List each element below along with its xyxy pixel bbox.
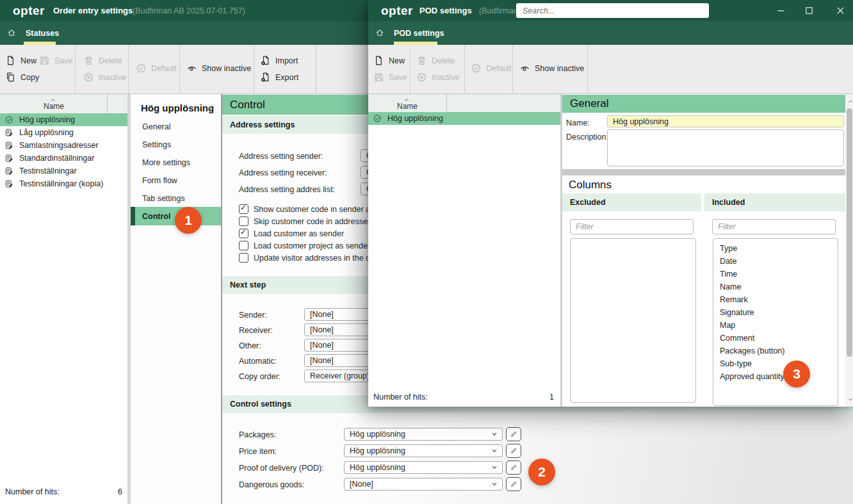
default-button: Default bbox=[136, 63, 177, 74]
column-item[interactable]: Packages (button) bbox=[713, 345, 838, 357]
detail-title: Hög upplösning bbox=[141, 102, 214, 113]
tabbar: POD settings bbox=[368, 21, 853, 45]
description-field[interactable] bbox=[607, 129, 844, 167]
excluded-filter-input[interactable] bbox=[570, 219, 694, 234]
copy-icon bbox=[5, 72, 16, 83]
export-button[interactable]: Export bbox=[260, 72, 298, 83]
circle-check-icon bbox=[471, 63, 482, 74]
description-label: Description: bbox=[566, 133, 608, 142]
chevron-down-icon bbox=[490, 446, 499, 455]
list-item[interactable]: Testinställningar (kopia) bbox=[0, 177, 127, 190]
pod-dropdown[interactable]: Hög upplösning bbox=[344, 461, 503, 474]
pod-detail-panel: General Name: Description: Columns Exclu… bbox=[562, 94, 845, 407]
new-page-icon bbox=[5, 55, 16, 66]
excluded-listbox[interactable] bbox=[570, 238, 696, 403]
list-header[interactable]: Name bbox=[368, 94, 560, 114]
tab-statuses[interactable]: Statuses bbox=[26, 29, 59, 38]
menu-item-form-flow[interactable]: Form flow bbox=[131, 171, 221, 190]
menu-item-settings[interactable]: Settings bbox=[131, 135, 221, 154]
export-document-icon bbox=[260, 72, 271, 83]
list-item[interactable]: Hög upplösning bbox=[0, 113, 127, 126]
window-subtitle: (Budfirman AB 2025.07-01.757) bbox=[133, 6, 245, 15]
column-item[interactable]: Type bbox=[713, 242, 838, 255]
import-button[interactable]: Import bbox=[260, 55, 298, 66]
list-item[interactable]: Standardinställningar bbox=[0, 152, 127, 165]
show-inactive-button[interactable]: Show inactive bbox=[519, 63, 584, 74]
menu-item-tab-settings[interactable]: Tab settings bbox=[131, 189, 221, 207]
note-edit-icon bbox=[4, 154, 13, 163]
column-divider[interactable] bbox=[446, 94, 447, 113]
checkbox[interactable] bbox=[239, 253, 248, 263]
packages-dropdown[interactable]: Hög upplösning bbox=[344, 428, 503, 441]
scroll-down-icon[interactable] bbox=[846, 395, 853, 404]
vertical-scrollbar[interactable] bbox=[845, 94, 853, 407]
window-subtitle: (Budfirman bbox=[479, 6, 518, 15]
trash-icon bbox=[416, 55, 427, 66]
toolbar-group-view: Show inactive bbox=[179, 45, 254, 93]
checkbox[interactable] bbox=[239, 204, 248, 214]
save-button: Save bbox=[373, 72, 407, 83]
minimize-icon[interactable] bbox=[776, 5, 786, 16]
home-icon[interactable] bbox=[375, 28, 384, 37]
new-page-icon bbox=[373, 55, 384, 66]
column-item[interactable]: Approved quantity bbox=[713, 370, 838, 383]
home-icon[interactable] bbox=[7, 28, 16, 37]
toolbar-group-state: Delete Inactive bbox=[75, 45, 129, 93]
column-item[interactable]: Map bbox=[713, 319, 838, 332]
column-item[interactable]: Comment bbox=[713, 332, 838, 345]
titlebar[interactable]: opter POD settings (Budfirman bbox=[368, 0, 853, 21]
maximize-icon[interactable] bbox=[804, 5, 815, 16]
dangerous-goods-dropdown[interactable]: [None] bbox=[344, 478, 503, 491]
column-item[interactable]: Sub-type bbox=[713, 357, 838, 370]
chevron-down-icon bbox=[490, 463, 499, 472]
new-button[interactable]: New bbox=[5, 55, 37, 66]
section-splitter[interactable] bbox=[562, 169, 845, 175]
copy-button[interactable]: Copy bbox=[5, 72, 39, 83]
checkbox[interactable] bbox=[239, 216, 248, 226]
toolbar-group-file: New Save Copy bbox=[0, 45, 76, 93]
price-item-dropdown[interactable]: Hög upplösning bbox=[344, 444, 503, 457]
column-header-name[interactable]: Name bbox=[397, 102, 418, 111]
list-header[interactable]: Name bbox=[0, 94, 127, 114]
pod-edit-button[interactable] bbox=[506, 460, 521, 475]
new-button[interactable]: New bbox=[373, 55, 405, 66]
column-item[interactable]: Signature bbox=[713, 306, 838, 319]
field-label: Dangerous goods: bbox=[239, 480, 304, 489]
pencil-icon bbox=[509, 480, 518, 489]
status-list-panel: Name Hög upplösning Låg upplösning Samla… bbox=[0, 94, 127, 504]
checkbox[interactable] bbox=[239, 241, 248, 250]
field-label: Packages: bbox=[239, 430, 276, 439]
circle-x-icon bbox=[416, 72, 427, 83]
column-item[interactable]: Name bbox=[713, 280, 838, 293]
note-edit-icon bbox=[4, 167, 13, 175]
menu-item-general[interactable]: General bbox=[131, 117, 221, 136]
close-icon[interactable] bbox=[835, 5, 846, 16]
tab-pod-settings[interactable]: POD settings bbox=[394, 29, 444, 38]
column-divider[interactable] bbox=[107, 94, 108, 113]
search-input[interactable] bbox=[516, 3, 709, 18]
column-item[interactable]: Remark bbox=[713, 293, 838, 306]
column-item[interactable]: Time bbox=[713, 268, 838, 280]
checkbox[interactable] bbox=[239, 229, 248, 238]
packages-edit-button[interactable] bbox=[506, 427, 521, 441]
collapse-chevron-icon[interactable] bbox=[206, 103, 215, 112]
name-field[interactable] bbox=[607, 115, 844, 127]
column-item[interactable]: Date bbox=[713, 255, 838, 268]
show-inactive-button[interactable]: Show inactive bbox=[186, 63, 251, 74]
hits-label: Number of hits: bbox=[5, 487, 60, 496]
price-item-edit-button[interactable] bbox=[506, 444, 521, 458]
scroll-up-icon[interactable] bbox=[846, 97, 853, 106]
menu-item-more-settings[interactable]: More settings bbox=[131, 153, 221, 172]
list-item[interactable]: Låg upplösning bbox=[0, 126, 127, 139]
list-item[interactable]: Samlastningsadresser bbox=[0, 139, 127, 152]
list-item[interactable]: Testinställningar bbox=[0, 165, 127, 177]
inactive-button: Inactive bbox=[416, 72, 459, 83]
column-header-name[interactable]: Name bbox=[44, 102, 64, 111]
dangerous-goods-edit-button[interactable] bbox=[506, 477, 521, 491]
scrollbar-thumb[interactable] bbox=[847, 108, 852, 357]
hits-label: Number of hits: bbox=[373, 393, 428, 402]
section-excluded: Excluded bbox=[562, 193, 701, 211]
included-listbox[interactable]: Type Date Time Name Remark Signature Map… bbox=[713, 238, 838, 406]
included-filter-input[interactable] bbox=[712, 219, 836, 234]
list-item[interactable]: Hög upplösning bbox=[368, 112, 560, 125]
